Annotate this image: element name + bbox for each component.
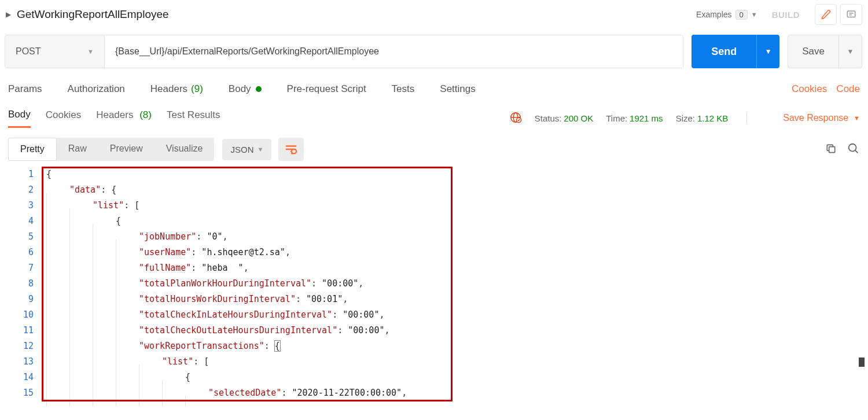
svg-line-10 <box>855 150 858 153</box>
view-mode-visualize[interactable]: Visualize <box>155 138 215 161</box>
resp-tab-headers[interactable]: Headers (8) <box>96 109 152 127</box>
view-mode-preview[interactable]: Preview <box>98 138 155 161</box>
http-method-select[interactable]: POST ▼ <box>5 35 105 68</box>
time-value: 1921 ms <box>630 113 663 123</box>
time-label: Time: <box>606 113 627 123</box>
edit-button[interactable] <box>815 4 837 25</box>
search-button[interactable] <box>847 142 860 157</box>
view-mode-raw[interactable]: Raw <box>57 138 98 161</box>
line-number-gutter: 123456789101112131415 <box>0 167 41 401</box>
tab-tests[interactable]: Tests <box>392 83 415 95</box>
request-tabs: Params Authorization Headers(9) Body Pre… <box>0 74 868 104</box>
chevron-down-icon: ▼ <box>751 11 757 18</box>
request-title: GetWorkingReportAllEmployee <box>17 8 696 21</box>
save-dropdown-button[interactable]: ▼ <box>839 35 862 68</box>
response-meta: Status: 200 OK Time: 1921 ms Size: 1.12 … <box>509 111 860 126</box>
expand-caret-icon[interactable]: ▶ <box>6 10 11 19</box>
view-mode-row: Pretty Raw Preview Visualize JSON▼ <box>0 132 868 167</box>
send-button[interactable]: Send <box>692 35 756 68</box>
save-button-group: Save ▼ <box>788 35 862 68</box>
code-content[interactable]: {"data": {"list": [{"jobNumber": "0","us… <box>41 167 868 401</box>
divider <box>746 112 747 124</box>
wrap-lines-button[interactable] <box>278 138 304 161</box>
response-body-viewer[interactable]: 123456789101112131415 {"data": {"list": … <box>0 167 868 407</box>
tab-params[interactable]: Params <box>8 83 42 95</box>
resp-tab-body[interactable]: Body <box>8 109 31 128</box>
size-value: 1.12 KB <box>697 113 728 123</box>
comment-button[interactable] <box>840 4 862 25</box>
response-actions <box>825 142 860 157</box>
size-label: Size: <box>676 113 695 123</box>
tab-headers[interactable]: Headers(9) <box>150 83 203 95</box>
send-dropdown-button[interactable]: ▼ <box>756 35 779 68</box>
network-globe-icon[interactable] <box>509 111 522 126</box>
chevron-down-icon: ▼ <box>87 48 94 55</box>
resp-tab-test-results[interactable]: Test Results <box>167 109 220 127</box>
response-tabs-row: Body Cookies Headers (8) Test Results St… <box>0 104 868 132</box>
svg-rect-0 <box>847 11 855 17</box>
save-response-dropdown[interactable]: Save Response ▼ <box>783 113 860 123</box>
method-url-group: POST ▼ <box>5 35 683 68</box>
method-value: POST <box>16 46 41 57</box>
copy-button[interactable] <box>825 143 837 156</box>
cookies-link[interactable]: Cookies <box>792 83 827 95</box>
svg-rect-8 <box>829 146 835 152</box>
status-label: Status: <box>535 113 562 123</box>
build-label: BUILD <box>772 10 800 20</box>
tab-authorization[interactable]: Authorization <box>68 83 125 95</box>
headers-count: (9) <box>191 83 203 95</box>
examples-count-badge: 0 <box>735 10 748 20</box>
tab-settings[interactable]: Settings <box>440 83 475 95</box>
examples-dropdown[interactable]: Examples 0 ▼ <box>696 10 757 20</box>
view-mode-pretty[interactable]: Pretty <box>8 138 57 161</box>
scrollbar-thumb[interactable] <box>859 358 865 367</box>
resp-headers-count: (8) <box>139 109 152 120</box>
chevron-down-icon: ▼ <box>257 146 263 153</box>
save-button[interactable]: Save <box>788 35 839 68</box>
request-header-row: ▶ GetWorkingReportAllEmployee Examples 0… <box>0 0 868 29</box>
body-active-dot-icon <box>256 86 262 92</box>
send-button-group: Send ▼ <box>692 35 779 68</box>
code-link[interactable]: Code <box>836 83 860 95</box>
url-row: POST ▼ Send ▼ Save ▼ <box>0 29 868 74</box>
tab-body[interactable]: Body <box>229 83 262 95</box>
examples-label: Examples <box>696 10 731 19</box>
svg-point-9 <box>849 143 856 151</box>
tab-prerequest[interactable]: Pre-request Script <box>287 83 366 95</box>
resp-tab-cookies[interactable]: Cookies <box>46 109 81 127</box>
url-input[interactable] <box>105 35 683 68</box>
status-value: 200 OK <box>564 113 593 123</box>
response-format-select[interactable]: JSON▼ <box>222 139 271 160</box>
view-mode-group: Pretty Raw Preview Visualize <box>8 138 214 161</box>
